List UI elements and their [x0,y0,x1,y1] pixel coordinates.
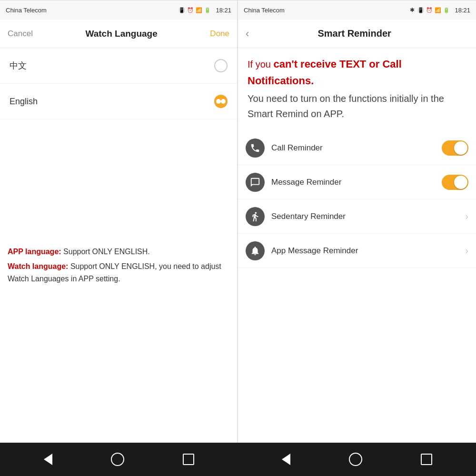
reminder-list: Call Reminder Message Reminder [238,131,476,443]
right-time: 18:21 [455,7,470,14]
notification-line1: If you can't receive TEXT or Call Notifi… [248,56,466,89]
right-header: ‹ Smart Reminder [238,20,476,48]
left-nav-recent[interactable] [183,454,194,465]
back-button[interactable]: ‹ [246,28,249,40]
phone-icon2: 📳 [417,7,424,13]
call-reminder-icon [246,139,265,158]
call-reminder-label: Call Reminder [271,143,435,153]
watch-language-label: Watch language: [8,262,68,270]
battery-icon2: 🔋 [443,7,450,13]
app-language-value: Support ONLY ENGLISH. [63,248,150,256]
language-item-chinese[interactable]: 中文 [0,48,237,84]
message-reminder-knob [454,176,467,189]
language-list: 中文 English [0,48,237,236]
call-reminder-item[interactable]: Call Reminder [238,131,476,165]
left-status-bar: China Telecom 📳 ⏰ 📶 🔋 18:21 [0,0,237,20]
sedentary-reminder-icon [246,207,265,226]
battery-icon: 🔋 [204,7,211,13]
left-nav [0,443,238,476]
info-line1: APP language: Support ONLY ENGLISH. [8,246,229,258]
left-header: Cancel Watch Language Done [0,20,237,48]
left-time: 18:21 [216,7,231,14]
right-nav [238,443,476,476]
panels-container: China Telecom 📳 ⏰ 📶 🔋 18:21 Cancel Watch… [0,0,476,443]
app-language-label: APP language: [8,248,61,256]
app-wrapper: China Telecom 📳 ⏰ 📶 🔋 18:21 Cancel Watch… [0,0,476,476]
smart-reminder-title: Smart Reminder [255,28,454,39]
left-nav-home[interactable] [111,453,124,466]
sedentary-chevron-icon: › [465,211,468,222]
left-status-icons: 📳 ⏰ 📶 🔋 18:21 [178,7,231,14]
message-reminder-icon [246,173,265,192]
wifi-icon: 📶 [196,7,202,13]
message-reminder-label: Message Reminder [271,178,435,187]
notification-text: If you can't receive TEXT or Call Notifi… [238,48,476,131]
sedentary-reminder-label: Sedentary Reminder [271,212,458,221]
language-label-english: English [10,97,38,107]
message-reminder-toggle[interactable] [442,175,468,190]
right-nav-home[interactable] [349,453,362,466]
left-nav-back[interactable] [44,454,52,465]
right-nav-recent[interactable] [421,454,432,465]
left-panel: China Telecom 📳 ⏰ 📶 🔋 18:21 Cancel Watch… [0,0,238,443]
left-carrier: China Telecom [6,7,178,14]
message-reminder-item[interactable]: Message Reminder [238,165,476,199]
alarm-icon2: ⏰ [426,7,433,13]
radio-english-inner [216,99,221,104]
bottom-nav-bar [0,443,476,476]
right-carrier: China Telecom [244,7,410,14]
app-message-reminder-item[interactable]: App Message Reminder › [238,234,476,268]
right-nav-back[interactable] [282,454,290,465]
call-reminder-toggle[interactable] [442,140,468,156]
app-message-chevron-icon: › [465,245,468,256]
info-text-area: APP language: Support ONLY ENGLISH. Watc… [0,236,237,443]
right-panel: China Telecom ✱ 📳 ⏰ 📶 🔋 18:21 ‹ Smart Re… [238,0,476,443]
page-title-watch-language: Watch Language [85,29,157,39]
alarm-icon: ⏰ [187,7,194,13]
call-reminder-knob [454,141,467,155]
phone-icon: 📳 [178,7,185,13]
notification-line2: You need to turn on the functions initia… [248,91,466,121]
info-line2: Watch language: Support ONLY ENGLISH, yo… [8,260,229,285]
radio-chinese[interactable] [214,59,228,72]
app-message-reminder-label: App Message Reminder [271,246,458,256]
notification-body: You need to turn on the functions initia… [248,93,444,119]
done-button[interactable]: Done [210,29,229,39]
language-label-chinese: 中文 [10,60,27,71]
cancel-button[interactable]: Cancel [8,29,33,39]
language-item-english[interactable]: English [0,84,237,119]
wifi-icon2: 📶 [435,7,441,13]
bluetooth-icon: ✱ [410,7,415,13]
right-status-bar: China Telecom ✱ 📳 ⏰ 📶 🔋 18:21 [238,0,476,20]
right-status-icons: ✱ 📳 ⏰ 📶 🔋 18:21 [410,7,470,14]
app-message-reminder-icon [246,241,265,260]
radio-english[interactable] [214,95,228,108]
sedentary-reminder-item[interactable]: Sedentary Reminder › [238,199,476,234]
notification-if: If you [248,59,273,69]
